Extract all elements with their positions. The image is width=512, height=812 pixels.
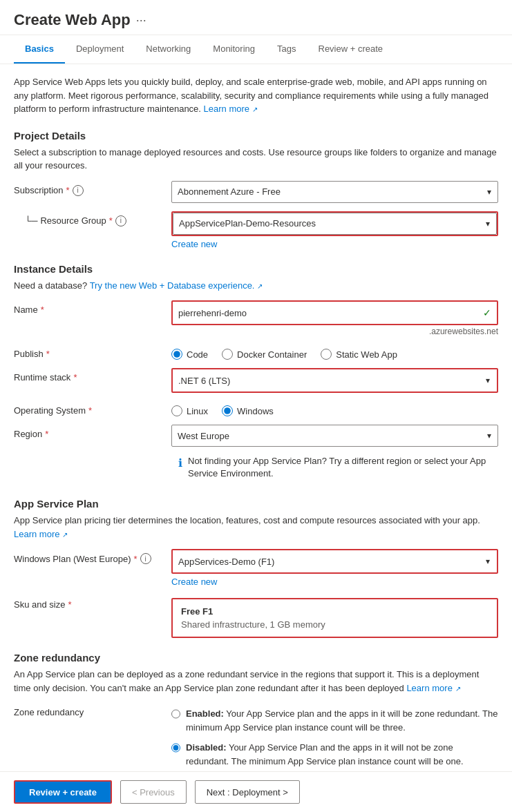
external-link-icon: ↗ — [252, 106, 258, 113]
database-text: Need a database? Try the new Web + Datab… — [14, 279, 498, 293]
subscription-select[interactable]: Abonnement Azure - Free — [171, 181, 498, 203]
runtime-label: Runtime stack * — [14, 368, 166, 383]
resource-group-control: AppServicePlan-Demo-Resources Create new — [171, 211, 498, 249]
os-windows-radio[interactable] — [222, 405, 233, 416]
more-options-icon[interactable]: ··· — [136, 13, 146, 28]
sku-title: Free F1 — [181, 606, 489, 617]
region-info-text: Not finding your App Service Plan? Try a… — [188, 455, 491, 480]
publish-docker-label: Docker Container — [237, 349, 307, 360]
resource-group-select[interactable]: AppServicePlan-Demo-Resources — [173, 213, 497, 235]
name-input-wrapper: ✓ — [171, 300, 498, 325]
os-radio-group: Linux Windows — [171, 401, 498, 416]
runtime-select-wrapper: .NET 6 (LTS) — [171, 368, 498, 393]
next-button[interactable]: Next : Deployment > — [195, 780, 300, 804]
publish-docker-option[interactable]: Docker Container — [222, 349, 307, 360]
region-select[interactable]: West Europe — [171, 425, 498, 447]
publish-static-radio[interactable] — [321, 349, 332, 360]
app-service-plan-learn-more-link[interactable]: Learn more — [14, 529, 59, 539]
publish-required-indicator: * — [46, 349, 50, 359]
region-select-wrapper: West Europe — [171, 425, 498, 447]
windows-plan-select-wrapper: AppServices-Demo (F1) — [171, 549, 498, 574]
resource-group-create-new-link[interactable]: Create new — [171, 239, 498, 249]
publish-docker-radio[interactable] — [222, 349, 233, 360]
runtime-row: Runtime stack * .NET 6 (LTS) — [14, 368, 498, 393]
tab-basics[interactable]: Basics — [14, 35, 65, 64]
zone-radio-group: Enabled: Your App Service plan and the a… — [171, 703, 498, 768]
publish-control: Code Docker Container Static Web App — [171, 345, 498, 360]
instance-details-title: Instance Details — [14, 263, 498, 275]
publish-radio-group: Code Docker Container Static Web App — [171, 345, 498, 360]
project-details-desc: Select a subscription to manage deployed… — [14, 146, 498, 173]
name-input[interactable] — [173, 302, 497, 324]
zone-enabled-radio[interactable] — [171, 708, 180, 719]
sku-description: Shared infrastructure, 1 GB memory — [181, 619, 489, 630]
previous-button[interactable]: < Previous — [120, 780, 187, 804]
tab-tags[interactable]: Tags — [266, 35, 307, 64]
app-service-plan-desc: App Service plan pricing tier determines… — [14, 514, 498, 541]
resource-group-label: └─ Resource Group * i — [14, 211, 166, 226]
sku-required-indicator: * — [68, 599, 71, 610]
os-label: Operating System * — [14, 401, 166, 416]
rg-required-indicator: * — [109, 215, 113, 226]
name-check-icon: ✓ — [483, 307, 491, 318]
os-row: Operating System * Linux Windows — [14, 401, 498, 416]
name-label: Name * — [14, 300, 166, 315]
sku-control: Free F1 Shared infrastructure, 1 GB memo… — [171, 595, 498, 638]
zone-enabled-text: Enabled: Your App Service plan and the a… — [186, 707, 498, 734]
zone-enabled-option[interactable]: Enabled: Your App Service plan and the a… — [171, 707, 498, 734]
zone-redundancy-control: Enabled: Your App Service plan and the a… — [171, 703, 498, 768]
os-linux-radio[interactable] — [171, 405, 182, 416]
publish-code-option[interactable]: Code — [171, 349, 208, 360]
name-row: Name * ✓ .azurewebsites.net — [14, 300, 498, 336]
tab-networking[interactable]: Networking — [135, 35, 202, 64]
subscription-select-wrapper: Abonnement Azure - Free — [171, 181, 498, 203]
windows-plan-row: Windows Plan (West Europe) * i AppServic… — [14, 549, 498, 587]
name-control: ✓ .azurewebsites.net — [171, 300, 498, 336]
sku-row: Sku and size * Free F1 Shared infrastruc… — [14, 595, 498, 638]
publish-row: Publish * Code Docker Container Static — [14, 345, 498, 360]
publish-label: Publish * — [14, 345, 166, 359]
os-windows-option[interactable]: Windows — [222, 405, 274, 416]
zone-disabled-radio[interactable] — [171, 742, 180, 753]
region-info-box: ℹ Not finding your App Service Plan? Try… — [171, 451, 498, 484]
intro-learn-more-link[interactable]: Learn more — [204, 104, 249, 114]
zone-disabled-option[interactable]: Disabled: Your App Service Plan and the … — [171, 741, 498, 768]
resource-group-info-icon[interactable]: i — [115, 215, 126, 226]
tab-review-create[interactable]: Review + create — [307, 35, 395, 64]
windows-plan-select[interactable]: AppServices-Demo (F1) — [173, 550, 497, 572]
name-required-indicator: * — [41, 304, 44, 315]
region-control: West Europe ℹ Not finding your App Servi… — [171, 425, 498, 484]
publish-code-radio[interactable] — [171, 349, 182, 360]
zone-redundancy-desc: An App Service plan can be deployed as a… — [14, 668, 498, 695]
region-row: Region * West Europe ℹ Not finding your … — [14, 425, 498, 484]
os-control: Linux Windows — [171, 401, 498, 416]
publish-code-label: Code — [187, 349, 208, 360]
resource-group-row: └─ Resource Group * i AppServicePlan-Dem… — [14, 211, 498, 249]
publish-static-option[interactable]: Static Web App — [321, 349, 397, 360]
os-linux-option[interactable]: Linux — [171, 405, 208, 416]
runtime-required-indicator: * — [73, 372, 77, 383]
zone-redundancy-external-icon: ↗ — [455, 685, 461, 693]
zone-redundancy-title: Zone redundancy — [14, 652, 498, 664]
windows-plan-info-icon[interactable]: i — [140, 553, 151, 564]
page-title: Create Web App — [14, 11, 131, 29]
navigation-tabs: Basics Deployment Networking Monitoring … — [0, 35, 512, 64]
database-external-icon: ↗ — [257, 282, 263, 290]
sku-info-box: Free F1 Shared infrastructure, 1 GB memo… — [171, 598, 498, 638]
review-create-button[interactable]: Review + create — [14, 780, 112, 804]
intro-description: App Service Web Apps lets you quickly bu… — [14, 75, 498, 116]
tab-deployment[interactable]: Deployment — [65, 35, 135, 64]
resource-group-select-wrapper: AppServicePlan-Demo-Resources — [171, 211, 498, 236]
app-service-plan-external-icon: ↗ — [62, 531, 68, 539]
region-required-indicator: * — [45, 429, 48, 439]
page-header: Create Web App ··· — [0, 0, 512, 35]
windows-plan-create-new-link[interactable]: Create new — [171, 577, 498, 587]
subscription-info-icon[interactable]: i — [73, 185, 84, 196]
web-database-link[interactable]: Try the new Web + Database experience. — [90, 280, 255, 291]
zone-redundancy-learn-more-link[interactable]: Learn more — [406, 683, 452, 693]
region-info-icon: ℹ — [178, 456, 182, 471]
tab-monitoring[interactable]: Monitoring — [202, 35, 266, 64]
footer: Review + create < Previous Next : Deploy… — [0, 771, 512, 812]
name-suffix: .azurewebsites.net — [171, 327, 498, 336]
runtime-select[interactable]: .NET 6 (LTS) — [173, 369, 497, 392]
